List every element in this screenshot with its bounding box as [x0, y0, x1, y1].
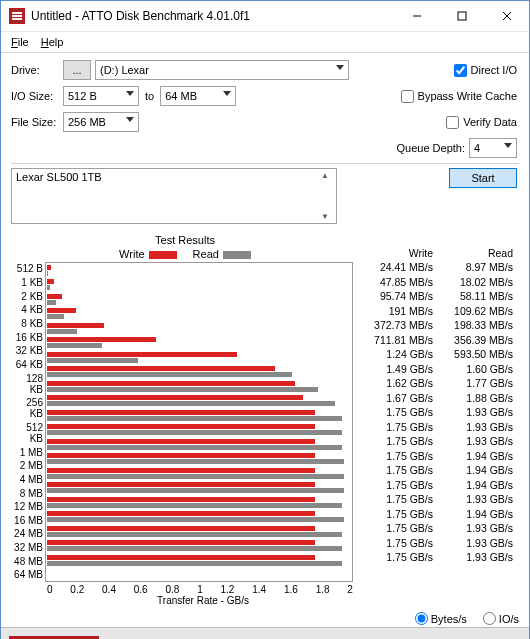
write-bar	[47, 526, 315, 531]
browse-button[interactable]: ...	[63, 60, 91, 80]
write-header: Write	[359, 246, 433, 260]
results-table: Write24.41 MB/s47.85 MB/s95.74 MB/s191 M…	[359, 246, 519, 606]
y-tick: 128 KB	[11, 373, 43, 395]
iosize-to-select[interactable]: 64 MB	[160, 86, 236, 106]
y-tick: 1 KB	[11, 277, 43, 288]
menubar: File Help	[1, 32, 529, 53]
write-bar	[47, 352, 237, 357]
write-bar	[47, 468, 315, 473]
x-tick: 1.4	[252, 584, 266, 595]
read-bar	[47, 271, 48, 276]
write-value: 191 MB/s	[359, 304, 433, 319]
titlebar[interactable]: Untitled - ATTO Disk Benchmark 4.01.0f1	[1, 1, 529, 32]
iosize-from-select[interactable]: 512 B	[63, 86, 139, 106]
read-value: 1.88 GB/s	[439, 391, 513, 406]
y-tick: 32 MB	[11, 542, 43, 553]
filesize-label: File Size:	[11, 116, 63, 128]
x-tick: 1	[197, 584, 203, 595]
read-bar	[47, 372, 292, 377]
write-value: 1.75 GB/s	[359, 492, 433, 507]
bytes-radio[interactable]: Bytes/s	[415, 612, 467, 625]
drive-label: Drive:	[11, 64, 63, 76]
bar-row	[46, 524, 352, 539]
bar-row	[46, 278, 352, 293]
chart-x-axis: 00.20.40.60.811.21.41.61.82	[47, 582, 353, 595]
x-tick: 0.8	[165, 584, 179, 595]
write-value: 1.75 GB/s	[359, 550, 433, 565]
bypass-checkbox[interactable]: Bypass Write Cache	[401, 90, 517, 103]
bar-row	[46, 481, 352, 496]
read-value: 1.93 GB/s	[439, 434, 513, 449]
write-value: 95.74 MB/s	[359, 289, 433, 304]
direct-io-checkbox[interactable]: Direct I/O	[454, 64, 517, 77]
read-bar	[47, 474, 344, 479]
svg-rect-1	[12, 12, 22, 14]
read-value: 18.02 MB/s	[439, 275, 513, 290]
write-bar	[47, 366, 275, 371]
app-window: Untitled - ATTO Disk Benchmark 4.01.0f1 …	[0, 0, 530, 639]
write-bar	[47, 323, 104, 328]
y-tick: 16 MB	[11, 515, 43, 526]
queue-label: Queue Depth:	[397, 142, 466, 154]
maximize-button[interactable]	[439, 1, 484, 31]
bar-row	[46, 510, 352, 525]
menu-help[interactable]: Help	[35, 34, 70, 50]
write-bar	[47, 395, 303, 400]
y-tick: 1 MB	[11, 447, 43, 458]
x-tick: 2	[347, 584, 353, 595]
write-bar	[47, 308, 76, 313]
y-tick: 64 MB	[11, 569, 43, 580]
read-bar	[47, 503, 342, 508]
write-value: 711.81 MB/s	[359, 333, 433, 348]
bar-row	[46, 408, 352, 423]
x-tick: 0.4	[102, 584, 116, 595]
bar-row	[46, 336, 352, 351]
minimize-button[interactable]	[394, 1, 439, 31]
write-value: 1.24 GB/s	[359, 347, 433, 362]
x-tick: 1.6	[284, 584, 298, 595]
read-value: 1.93 GB/s	[439, 420, 513, 435]
drive-select[interactable]: (D:) Lexar	[95, 60, 349, 80]
y-tick: 2 KB	[11, 291, 43, 302]
verify-checkbox[interactable]: Verify Data	[446, 116, 517, 129]
x-tick: 0.2	[70, 584, 84, 595]
ios-radio[interactable]: IO/s	[483, 612, 519, 625]
chevron-up-icon: ▲	[321, 171, 329, 180]
iosize-label: I/O Size:	[11, 90, 63, 102]
app-icon	[9, 8, 25, 24]
close-button[interactable]	[484, 1, 529, 31]
write-value: 1.75 GB/s	[359, 478, 433, 493]
read-bar	[47, 532, 342, 537]
read-bar	[47, 285, 50, 290]
svg-rect-2	[12, 15, 22, 17]
y-tick: 48 MB	[11, 556, 43, 567]
to-label: to	[145, 90, 154, 102]
chart-title: Test Results	[11, 234, 359, 246]
write-bar	[47, 453, 315, 458]
write-bar	[47, 294, 62, 299]
queue-select[interactable]: 4	[469, 138, 517, 158]
y-tick: 4 MB	[11, 474, 43, 485]
read-bar	[47, 561, 342, 566]
write-value: 1.75 GB/s	[359, 434, 433, 449]
read-bar	[47, 314, 64, 319]
write-bar	[47, 337, 156, 342]
results-area: Test Results Write Read 512 B1 KB2 KB4 K…	[1, 232, 529, 608]
bar-row	[46, 495, 352, 510]
write-value: 1.75 GB/s	[359, 405, 433, 420]
read-bar	[47, 300, 56, 305]
read-value: 1.93 GB/s	[439, 521, 513, 536]
filesize-select[interactable]: 256 MB	[63, 112, 139, 132]
read-value: 593.50 MB/s	[439, 347, 513, 362]
description-textarea[interactable]: Lexar SL500 1TB ▲▼	[11, 168, 337, 224]
menu-file[interactable]: File	[5, 34, 35, 50]
textarea-scrollbar[interactable]: ▲▼	[318, 171, 332, 221]
read-value: 1.94 GB/s	[439, 507, 513, 522]
start-button[interactable]: Start	[449, 168, 517, 188]
write-value: 1.49 GB/s	[359, 362, 433, 377]
chart-y-axis: 512 B1 KB2 KB4 KB8 KB16 KB32 KB64 KB128 …	[11, 262, 45, 582]
write-bar	[47, 279, 54, 284]
read-bar	[47, 546, 342, 551]
read-bar	[47, 517, 344, 522]
y-tick: 4 KB	[11, 304, 43, 315]
